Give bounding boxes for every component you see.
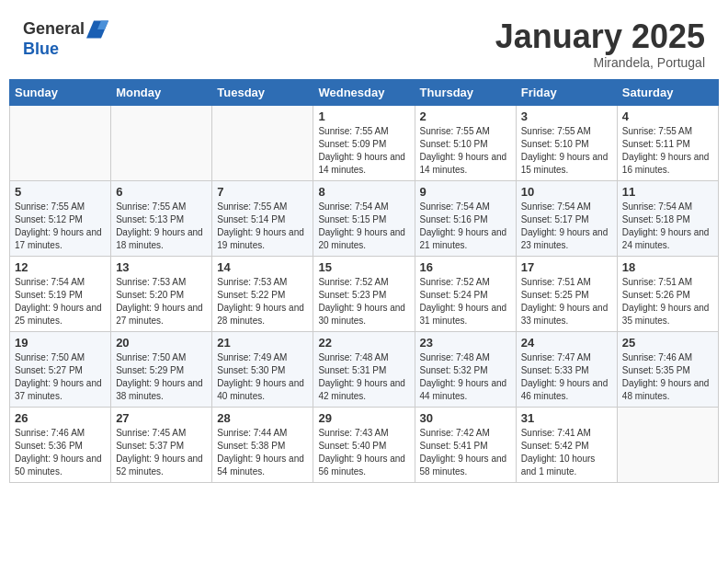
weekday-header-tuesday: Tuesday <box>212 79 313 105</box>
logo-blue: Blue <box>23 40 108 59</box>
day-number: 7 <box>217 185 308 199</box>
calendar-cell: 6Sunrise: 7:55 AM Sunset: 5:13 PM Daylig… <box>111 180 212 256</box>
weekday-header-wednesday: Wednesday <box>313 79 415 105</box>
day-info: Sunrise: 7:52 AM Sunset: 5:24 PM Dayligh… <box>420 276 511 327</box>
calendar-cell: 30Sunrise: 7:42 AM Sunset: 5:41 PM Dayli… <box>415 407 516 482</box>
calendar-cell: 15Sunrise: 7:52 AM Sunset: 5:23 PM Dayli… <box>313 256 415 331</box>
day-number: 27 <box>116 411 207 425</box>
day-info: Sunrise: 7:42 AM Sunset: 5:41 PM Dayligh… <box>420 427 511 478</box>
day-number: 18 <box>622 260 713 274</box>
day-info: Sunrise: 7:52 AM Sunset: 5:23 PM Dayligh… <box>318 276 409 327</box>
logo-general: General <box>23 20 85 39</box>
calendar-cell: 27Sunrise: 7:45 AM Sunset: 5:37 PM Dayli… <box>111 407 212 482</box>
calendar-cell: 24Sunrise: 7:47 AM Sunset: 5:33 PM Dayli… <box>516 331 617 407</box>
calendar-cell: 10Sunrise: 7:54 AM Sunset: 5:17 PM Dayli… <box>516 180 617 256</box>
day-info: Sunrise: 7:55 AM Sunset: 5:11 PM Dayligh… <box>622 125 713 177</box>
calendar-week-row: 19Sunrise: 7:50 AM Sunset: 5:27 PM Dayli… <box>10 331 719 407</box>
calendar-cell: 13Sunrise: 7:53 AM Sunset: 5:20 PM Dayli… <box>111 256 212 331</box>
day-number: 19 <box>15 336 106 350</box>
calendar-cell: 18Sunrise: 7:51 AM Sunset: 5:26 PM Dayli… <box>617 256 718 331</box>
day-number: 31 <box>521 411 612 425</box>
calendar-cell: 26Sunrise: 7:46 AM Sunset: 5:36 PM Dayli… <box>10 407 111 482</box>
day-number: 22 <box>318 336 409 350</box>
calendar-week-row: 5Sunrise: 7:55 AM Sunset: 5:12 PM Daylig… <box>10 180 719 256</box>
calendar-cell: 8Sunrise: 7:54 AM Sunset: 5:15 PM Daylig… <box>313 180 415 256</box>
day-number: 6 <box>116 185 207 199</box>
day-number: 16 <box>420 260 511 274</box>
day-info: Sunrise: 7:55 AM Sunset: 5:12 PM Dayligh… <box>15 201 106 252</box>
day-info: Sunrise: 7:54 AM Sunset: 5:18 PM Dayligh… <box>622 201 713 252</box>
day-info: Sunrise: 7:53 AM Sunset: 5:20 PM Dayligh… <box>116 276 207 327</box>
day-number: 14 <box>217 260 308 274</box>
day-info: Sunrise: 7:44 AM Sunset: 5:38 PM Dayligh… <box>217 427 308 478</box>
calendar-table: SundayMondayTuesdayWednesdayThursdayFrid… <box>9 79 719 483</box>
calendar-cell: 22Sunrise: 7:48 AM Sunset: 5:31 PM Dayli… <box>313 331 415 407</box>
calendar-week-row: 12Sunrise: 7:54 AM Sunset: 5:19 PM Dayli… <box>10 256 719 331</box>
calendar-cell <box>111 105 212 180</box>
day-info: Sunrise: 7:49 AM Sunset: 5:30 PM Dayligh… <box>217 351 308 403</box>
day-info: Sunrise: 7:51 AM Sunset: 5:25 PM Dayligh… <box>521 276 612 327</box>
calendar-cell: 17Sunrise: 7:51 AM Sunset: 5:25 PM Dayli… <box>516 256 617 331</box>
calendar-cell: 20Sunrise: 7:50 AM Sunset: 5:29 PM Dayli… <box>111 331 212 407</box>
day-info: Sunrise: 7:47 AM Sunset: 5:33 PM Dayligh… <box>521 351 612 403</box>
day-info: Sunrise: 7:41 AM Sunset: 5:42 PM Dayligh… <box>521 427 612 478</box>
day-number: 10 <box>521 185 612 199</box>
day-number: 23 <box>420 336 511 350</box>
month-title: January 2025 <box>495 18 705 55</box>
calendar-week-row: 1Sunrise: 7:55 AM Sunset: 5:09 PM Daylig… <box>10 105 719 180</box>
calendar-cell: 1Sunrise: 7:55 AM Sunset: 5:09 PM Daylig… <box>313 105 415 180</box>
day-info: Sunrise: 7:50 AM Sunset: 5:27 PM Dayligh… <box>15 351 106 403</box>
day-number: 21 <box>217 336 308 350</box>
day-number: 25 <box>622 336 713 350</box>
location: Mirandela, Portugal <box>495 55 705 70</box>
calendar-cell: 3Sunrise: 7:55 AM Sunset: 5:10 PM Daylig… <box>516 105 617 180</box>
day-info: Sunrise: 7:48 AM Sunset: 5:31 PM Dayligh… <box>318 351 409 403</box>
calendar-cell: 25Sunrise: 7:46 AM Sunset: 5:35 PM Dayli… <box>617 331 718 407</box>
day-number: 29 <box>318 411 409 425</box>
calendar-cell: 4Sunrise: 7:55 AM Sunset: 5:11 PM Daylig… <box>617 105 718 180</box>
title-block: January 2025 Mirandela, Portugal <box>495 18 705 70</box>
calendar-cell <box>10 105 111 180</box>
day-number: 9 <box>420 185 511 199</box>
weekday-header-monday: Monday <box>111 79 212 105</box>
calendar-cell: 19Sunrise: 7:50 AM Sunset: 5:27 PM Dayli… <box>10 331 111 407</box>
day-info: Sunrise: 7:54 AM Sunset: 5:19 PM Dayligh… <box>15 276 106 327</box>
weekday-header-thursday: Thursday <box>415 79 516 105</box>
day-number: 28 <box>217 411 308 425</box>
day-number: 8 <box>318 185 409 199</box>
day-number: 13 <box>116 260 207 274</box>
calendar-cell <box>617 407 718 482</box>
day-info: Sunrise: 7:48 AM Sunset: 5:32 PM Dayligh… <box>420 351 511 403</box>
day-number: 30 <box>420 411 511 425</box>
calendar-cell: 12Sunrise: 7:54 AM Sunset: 5:19 PM Dayli… <box>10 256 111 331</box>
day-info: Sunrise: 7:46 AM Sunset: 5:36 PM Dayligh… <box>15 427 106 478</box>
weekday-header-sunday: Sunday <box>10 79 111 105</box>
weekday-header-saturday: Saturday <box>617 79 718 105</box>
day-info: Sunrise: 7:45 AM Sunset: 5:37 PM Dayligh… <box>116 427 207 478</box>
calendar-cell: 14Sunrise: 7:53 AM Sunset: 5:22 PM Dayli… <box>212 256 313 331</box>
calendar-cell <box>212 105 313 180</box>
calendar-cell: 31Sunrise: 7:41 AM Sunset: 5:42 PM Dayli… <box>516 407 617 482</box>
day-number: 20 <box>116 336 207 350</box>
day-number: 17 <box>521 260 612 274</box>
day-number: 4 <box>622 109 713 123</box>
day-info: Sunrise: 7:46 AM Sunset: 5:35 PM Dayligh… <box>622 351 713 403</box>
day-info: Sunrise: 7:55 AM Sunset: 5:09 PM Dayligh… <box>318 125 409 177</box>
day-number: 15 <box>318 260 409 274</box>
day-number: 3 <box>521 109 612 123</box>
weekday-header-friday: Friday <box>516 79 617 105</box>
day-info: Sunrise: 7:55 AM Sunset: 5:14 PM Dayligh… <box>217 201 308 252</box>
day-info: Sunrise: 7:43 AM Sunset: 5:40 PM Dayligh… <box>318 427 409 478</box>
calendar-cell: 7Sunrise: 7:55 AM Sunset: 5:14 PM Daylig… <box>212 180 313 256</box>
calendar-cell: 16Sunrise: 7:52 AM Sunset: 5:24 PM Dayli… <box>415 256 516 331</box>
day-info: Sunrise: 7:50 AM Sunset: 5:29 PM Dayligh… <box>116 351 207 403</box>
day-info: Sunrise: 7:54 AM Sunset: 5:17 PM Dayligh… <box>521 201 612 252</box>
day-info: Sunrise: 7:54 AM Sunset: 5:15 PM Dayligh… <box>318 201 409 252</box>
day-info: Sunrise: 7:55 AM Sunset: 5:13 PM Dayligh… <box>116 201 207 252</box>
weekday-header-row: SundayMondayTuesdayWednesdayThursdayFrid… <box>10 79 719 105</box>
calendar-cell: 28Sunrise: 7:44 AM Sunset: 5:38 PM Dayli… <box>212 407 313 482</box>
calendar-cell: 29Sunrise: 7:43 AM Sunset: 5:40 PM Dayli… <box>313 407 415 482</box>
day-number: 24 <box>521 336 612 350</box>
day-number: 2 <box>420 109 511 123</box>
day-info: Sunrise: 7:55 AM Sunset: 5:10 PM Dayligh… <box>521 125 612 177</box>
